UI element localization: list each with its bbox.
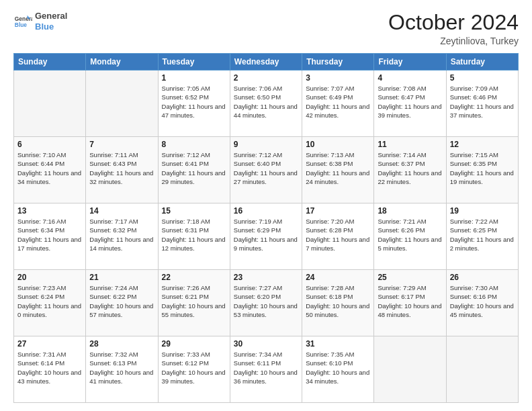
- calendar-cell: 19Sunrise: 7:22 AM Sunset: 6:25 PM Dayli…: [446, 203, 518, 270]
- day-number: 12: [450, 140, 515, 149]
- calendar-cell: 31Sunrise: 7:35 AM Sunset: 6:10 PM Dayli…: [302, 336, 374, 403]
- day-info: Sunrise: 7:06 AM Sunset: 6:50 PM Dayligh…: [234, 84, 298, 120]
- weekday-header-wednesday: Wednesday: [230, 54, 302, 71]
- day-number: 18: [378, 206, 442, 216]
- calendar-cell: 8Sunrise: 7:12 AM Sunset: 6:41 PM Daylig…: [158, 137, 230, 203]
- calendar-cell: 11Sunrise: 7:14 AM Sunset: 6:37 PM Dayli…: [374, 137, 446, 203]
- calendar-cell: 1Sunrise: 7:05 AM Sunset: 6:52 PM Daylig…: [158, 71, 230, 137]
- calendar-cell: 17Sunrise: 7:20 AM Sunset: 6:28 PM Dayli…: [302, 203, 374, 270]
- weekday-header-monday: Monday: [86, 54, 158, 71]
- calendar-cell: 4Sunrise: 7:08 AM Sunset: 6:47 PM Daylig…: [374, 71, 446, 137]
- day-info: Sunrise: 7:34 AM Sunset: 6:11 PM Dayligh…: [234, 350, 298, 385]
- day-number: 8: [162, 140, 226, 149]
- weekday-header-saturday: Saturday: [446, 54, 518, 71]
- day-info: Sunrise: 7:19 AM Sunset: 6:29 PM Dayligh…: [234, 217, 298, 253]
- day-info: Sunrise: 7:23 AM Sunset: 6:24 PM Dayligh…: [17, 283, 82, 319]
- week-row-1: 1Sunrise: 7:05 AM Sunset: 6:52 PM Daylig…: [14, 71, 519, 137]
- day-info: Sunrise: 7:10 AM Sunset: 6:44 PM Dayligh…: [17, 150, 82, 186]
- day-number: 14: [89, 206, 154, 216]
- calendar-cell: [374, 336, 446, 403]
- day-info: Sunrise: 7:29 AM Sunset: 6:17 PM Dayligh…: [378, 283, 442, 319]
- day-info: Sunrise: 7:21 AM Sunset: 6:26 PM Dayligh…: [378, 217, 442, 253]
- calendar-cell: 15Sunrise: 7:18 AM Sunset: 6:31 PM Dayli…: [158, 203, 230, 270]
- weekday-header-tuesday: Tuesday: [158, 54, 230, 71]
- day-info: Sunrise: 7:30 AM Sunset: 6:16 PM Dayligh…: [450, 283, 515, 319]
- calendar-cell: 27Sunrise: 7:31 AM Sunset: 6:14 PM Dayli…: [14, 336, 86, 403]
- day-info: Sunrise: 7:28 AM Sunset: 6:18 PM Dayligh…: [306, 283, 370, 319]
- day-number: 28: [89, 339, 154, 349]
- day-info: Sunrise: 7:12 AM Sunset: 6:41 PM Dayligh…: [162, 150, 226, 186]
- day-info: Sunrise: 7:31 AM Sunset: 6:14 PM Dayligh…: [17, 350, 82, 385]
- day-info: Sunrise: 7:08 AM Sunset: 6:47 PM Dayligh…: [378, 84, 442, 120]
- title-block: October 2024 Zeytinliova, Turkey: [388, 11, 519, 46]
- calendar-cell: 21Sunrise: 7:24 AM Sunset: 6:22 PM Dayli…: [86, 270, 158, 336]
- day-info: Sunrise: 7:20 AM Sunset: 6:28 PM Dayligh…: [306, 217, 370, 253]
- week-row-4: 20Sunrise: 7:23 AM Sunset: 6:24 PM Dayli…: [14, 270, 519, 336]
- calendar-cell: 7Sunrise: 7:11 AM Sunset: 6:43 PM Daylig…: [86, 137, 158, 203]
- day-number: 10: [306, 140, 370, 149]
- day-info: Sunrise: 7:13 AM Sunset: 6:38 PM Dayligh…: [306, 150, 370, 186]
- calendar-cell: 13Sunrise: 7:16 AM Sunset: 6:34 PM Dayli…: [14, 203, 86, 270]
- calendar-cell: 2Sunrise: 7:06 AM Sunset: 6:50 PM Daylig…: [230, 71, 302, 137]
- day-info: Sunrise: 7:12 AM Sunset: 6:40 PM Dayligh…: [234, 150, 298, 186]
- day-number: 19: [450, 206, 515, 216]
- logo-icon: General Blue: [13, 12, 32, 31]
- week-row-5: 27Sunrise: 7:31 AM Sunset: 6:14 PM Dayli…: [14, 336, 519, 403]
- day-number: 20: [17, 273, 82, 282]
- calendar-cell: [446, 336, 518, 403]
- week-row-2: 6Sunrise: 7:10 AM Sunset: 6:44 PM Daylig…: [14, 137, 519, 203]
- day-info: Sunrise: 7:22 AM Sunset: 6:25 PM Dayligh…: [450, 217, 515, 253]
- calendar-cell: 23Sunrise: 7:27 AM Sunset: 6:20 PM Dayli…: [230, 270, 302, 336]
- day-number: 9: [234, 140, 298, 149]
- day-number: 30: [234, 339, 298, 349]
- day-info: Sunrise: 7:09 AM Sunset: 6:46 PM Dayligh…: [450, 84, 515, 120]
- day-number: 25: [378, 273, 442, 282]
- calendar-cell: 30Sunrise: 7:34 AM Sunset: 6:11 PM Dayli…: [230, 336, 302, 403]
- day-info: Sunrise: 7:33 AM Sunset: 6:12 PM Dayligh…: [162, 350, 226, 385]
- day-info: Sunrise: 7:35 AM Sunset: 6:10 PM Dayligh…: [306, 350, 370, 385]
- day-number: 16: [234, 206, 298, 216]
- day-number: 11: [378, 140, 442, 149]
- calendar-cell: 3Sunrise: 7:07 AM Sunset: 6:49 PM Daylig…: [302, 71, 374, 137]
- day-info: Sunrise: 7:05 AM Sunset: 6:52 PM Dayligh…: [162, 84, 226, 120]
- calendar-cell: 14Sunrise: 7:17 AM Sunset: 6:32 PM Dayli…: [86, 203, 158, 270]
- day-info: Sunrise: 7:11 AM Sunset: 6:43 PM Dayligh…: [89, 150, 154, 186]
- calendar-cell: 10Sunrise: 7:13 AM Sunset: 6:38 PM Dayli…: [302, 137, 374, 203]
- day-number: 26: [450, 273, 515, 282]
- day-number: 31: [306, 339, 370, 349]
- day-info: Sunrise: 7:24 AM Sunset: 6:22 PM Dayligh…: [89, 283, 154, 319]
- calendar-cell: 20Sunrise: 7:23 AM Sunset: 6:24 PM Dayli…: [14, 270, 86, 336]
- day-number: 3: [306, 73, 370, 83]
- day-info: Sunrise: 7:14 AM Sunset: 6:37 PM Dayligh…: [378, 150, 442, 186]
- calendar-cell: 26Sunrise: 7:30 AM Sunset: 6:16 PM Dayli…: [446, 270, 518, 336]
- day-number: 6: [17, 140, 82, 149]
- calendar-cell: [14, 71, 86, 137]
- calendar-cell: 28Sunrise: 7:32 AM Sunset: 6:13 PM Dayli…: [86, 336, 158, 403]
- day-info: Sunrise: 7:16 AM Sunset: 6:34 PM Dayligh…: [17, 217, 82, 253]
- day-number: 29: [162, 339, 226, 349]
- calendar-cell: 9Sunrise: 7:12 AM Sunset: 6:40 PM Daylig…: [230, 137, 302, 203]
- calendar-cell: 16Sunrise: 7:19 AM Sunset: 6:29 PM Dayli…: [230, 203, 302, 270]
- subtitle: Zeytinliova, Turkey: [388, 36, 519, 46]
- header: General Blue General Blue October 2024 Z…: [13, 11, 519, 46]
- main-title: October 2024: [388, 11, 519, 34]
- calendar-table: SundayMondayTuesdayWednesdayThursdayFrid…: [13, 53, 519, 403]
- day-info: Sunrise: 7:26 AM Sunset: 6:21 PM Dayligh…: [162, 283, 226, 319]
- day-number: 24: [306, 273, 370, 282]
- logo-general: General: [35, 11, 67, 21]
- weekday-header-thursday: Thursday: [302, 54, 374, 71]
- calendar-cell: [86, 71, 158, 137]
- day-info: Sunrise: 7:32 AM Sunset: 6:13 PM Dayligh…: [89, 350, 154, 385]
- day-info: Sunrise: 7:15 AM Sunset: 6:35 PM Dayligh…: [450, 150, 515, 186]
- day-number: 17: [306, 206, 370, 216]
- weekday-header-sunday: Sunday: [14, 54, 86, 71]
- calendar-cell: 29Sunrise: 7:33 AM Sunset: 6:12 PM Dayli…: [158, 336, 230, 403]
- day-info: Sunrise: 7:17 AM Sunset: 6:32 PM Dayligh…: [89, 217, 154, 253]
- week-row-3: 13Sunrise: 7:16 AM Sunset: 6:34 PM Dayli…: [14, 203, 519, 270]
- page: General Blue General Blue October 2024 Z…: [0, 0, 532, 411]
- weekday-header-friday: Friday: [374, 54, 446, 71]
- day-number: 1: [162, 73, 226, 83]
- logo-blue: Blue: [35, 21, 67, 32]
- day-info: Sunrise: 7:27 AM Sunset: 6:20 PM Dayligh…: [234, 283, 298, 319]
- day-number: 23: [234, 273, 298, 282]
